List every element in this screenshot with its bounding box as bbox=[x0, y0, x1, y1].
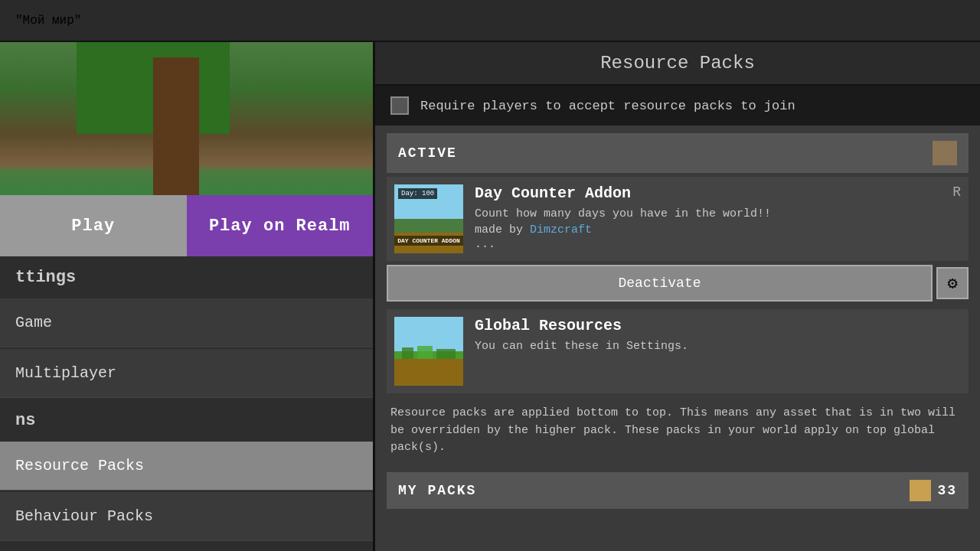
right-panel-title: Resource Packs bbox=[375, 42, 980, 86]
settings-section: ttings Game Multiplayer ns Resource Pack… bbox=[0, 256, 373, 551]
settings-item-multiplayer[interactable]: Multiplayer bbox=[0, 349, 373, 398]
global-thumbnail-svg bbox=[394, 317, 463, 386]
main-layout: Play Play on Realm ttings Game Multiplay… bbox=[0, 42, 980, 551]
info-text: Resource packs are applied bottom to top… bbox=[387, 397, 969, 465]
pack-icon bbox=[910, 480, 931, 501]
global-resources-desc: You can edit these in Settings. bbox=[475, 338, 961, 354]
active-section-header: ACTIVE bbox=[387, 133, 969, 173]
top-bar: "Мой мир" bbox=[0, 0, 980, 42]
day-counter-label: DAY COUNTER ADDON bbox=[394, 236, 463, 246]
deactivate-button[interactable]: Deactivate bbox=[387, 265, 933, 302]
day-counter-ellipsis: ... bbox=[475, 238, 961, 251]
world-title: "Мой мир" bbox=[15, 14, 81, 28]
play-buttons: Play Play on Realm bbox=[0, 195, 373, 256]
pack-r-label: R bbox=[952, 184, 961, 200]
global-resources-name: Global Resources bbox=[475, 317, 961, 334]
require-label: Require players to accept resource packs… bbox=[420, 99, 795, 113]
global-thumbnail bbox=[394, 317, 463, 386]
settings-item-behaviour-packs[interactable]: Behaviour Packs bbox=[0, 492, 373, 541]
active-section-icon bbox=[933, 141, 957, 165]
active-label: ACTIVE bbox=[398, 145, 457, 161]
settings-header: ttings bbox=[0, 256, 373, 298]
svg-rect-5 bbox=[436, 349, 456, 359]
left-panel: Play Play on Realm ttings Game Multiplay… bbox=[0, 42, 375, 551]
global-resources-pack: Global Resources You can edit these in S… bbox=[387, 309, 969, 393]
pack-count: 33 bbox=[937, 483, 957, 498]
scroll-area[interactable]: ACTIVE Day: 100 DAY COUNTER ADDON Day Co… bbox=[375, 126, 980, 551]
svg-rect-2 bbox=[394, 359, 463, 386]
require-checkbox[interactable] bbox=[390, 96, 409, 115]
gear-icon: ⚙ bbox=[947, 273, 957, 294]
my-packs-label: MY PACKS bbox=[398, 483, 476, 498]
day-counter-author: Dimzcraft bbox=[530, 223, 592, 236]
day-counter-thumbnail: Day: 100 DAY COUNTER ADDON bbox=[394, 184, 463, 253]
global-resources-info: Global Resources You can edit these in S… bbox=[475, 317, 961, 354]
day-counter-desc: Count how many days you have in the worl… bbox=[475, 206, 961, 238]
world-screenshot bbox=[0, 42, 373, 195]
gear-button[interactable]: ⚙ bbox=[936, 267, 969, 299]
right-panel: Resource Packs Require players to accept… bbox=[375, 42, 980, 551]
play-on-realm-button[interactable]: Play on Realm bbox=[187, 195, 374, 256]
day-counter-info: Day Counter Addon Count how many days yo… bbox=[475, 184, 961, 251]
day-counter-pack: Day: 100 DAY COUNTER ADDON Day Counter A… bbox=[387, 177, 969, 261]
my-packs-header: MY PACKS 33 bbox=[387, 472, 969, 509]
require-row: Require players to accept resource packs… bbox=[375, 86, 980, 126]
day-counter-name: Day Counter Addon bbox=[475, 184, 961, 202]
day-badge: Day: 100 bbox=[398, 188, 437, 199]
svg-rect-3 bbox=[402, 347, 413, 359]
settings-item-game[interactable]: Game bbox=[0, 298, 373, 347]
pack-count-badge: 33 bbox=[910, 480, 957, 501]
addons-header: ns bbox=[0, 399, 373, 442]
settings-item-resource-packs[interactable]: Resource Packs bbox=[0, 442, 373, 491]
deactivate-row: Deactivate ⚙ bbox=[387, 265, 969, 302]
svg-rect-4 bbox=[417, 346, 433, 359]
play-button[interactable]: Play bbox=[0, 195, 187, 256]
